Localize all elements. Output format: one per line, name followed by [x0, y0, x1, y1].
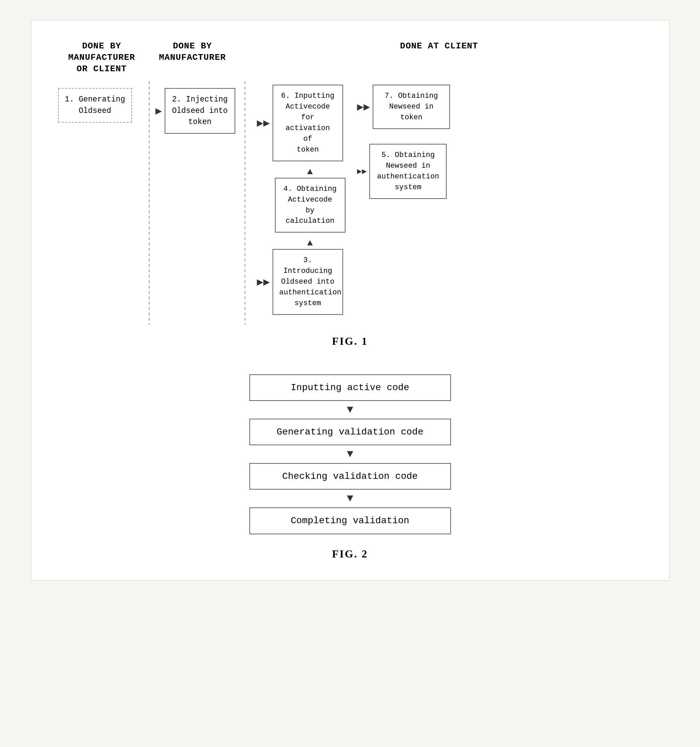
box6: 6. InputtingActivecode foractivation oft…	[272, 85, 343, 161]
section2: ▶ 2. InjectingOldseed intotoken	[149, 81, 245, 325]
box3: 3. IntroducingOldseed intoauthentication…	[272, 249, 343, 315]
fig1-label: FIG. 1	[58, 335, 642, 348]
fig2-box-1: Inputting active code	[249, 374, 451, 401]
box1: 1. GeneratingOldseed	[58, 88, 132, 122]
arrow-to-box3: ▶▶	[257, 275, 270, 289]
arrow-2to6: ▶▶	[257, 116, 270, 130]
fig1-wrapper: DONE BYMANUFACTUREROR CLIENT DONE BYMANU…	[58, 41, 642, 348]
fig2-section: Inputting active code ▼ Generating valid…	[58, 374, 642, 560]
fig2: Inputting active code ▼ Generating valid…	[58, 374, 642, 560]
col3-header: DONE AT CLIENT	[236, 41, 642, 75]
diagram-container: DONE BYMANUFACTUREROR CLIENT DONE BYMANU…	[31, 20, 670, 581]
fig1-headers: DONE BYMANUFACTUREROR CLIENT DONE BYMANU…	[58, 41, 642, 75]
col1-header: DONE BYMANUFACTUREROR CLIENT	[58, 41, 145, 75]
fig2-arrow-2: ▼	[347, 448, 353, 460]
fig1-content: 1. GeneratingOldseed ▶ 2. InjectingOldse…	[58, 81, 642, 325]
box5: 5. ObtainingNewseed inauthenticationsyst…	[369, 144, 447, 199]
arrow-3to4: ▲	[307, 238, 313, 248]
fig2-label: FIG. 2	[332, 548, 368, 560]
arrow-1to2: ▶	[156, 104, 162, 118]
fig2-box-4: Completing validation	[249, 507, 451, 534]
fig2-arrow-1: ▼	[347, 404, 353, 416]
box2: 2. InjectingOldseed intotoken	[165, 88, 235, 134]
arrow-4to5: ▶▶	[357, 166, 367, 176]
box7: 7. ObtainingNewseed intoken	[373, 85, 450, 129]
fig2-box-2: Generating validation code	[249, 419, 451, 445]
section3: ▶▶ 6. InputtingActivecode foractivation …	[245, 81, 642, 325]
arrow-6to7: ▶▶	[357, 100, 370, 113]
fig2-flow: Inputting active code ▼ Generating valid…	[249, 374, 451, 534]
arrow-4to6: ▲	[307, 167, 313, 177]
fig2-box-3: Checking validation code	[249, 463, 451, 490]
vline1	[149, 81, 150, 325]
section1: 1. GeneratingOldseed	[58, 81, 149, 325]
col2-header: DONE BYMANUFACTURER	[149, 41, 236, 75]
fig2-arrow-3: ▼	[347, 492, 353, 505]
box4: 4. ObtainingActivecode bycalculation	[275, 178, 345, 233]
